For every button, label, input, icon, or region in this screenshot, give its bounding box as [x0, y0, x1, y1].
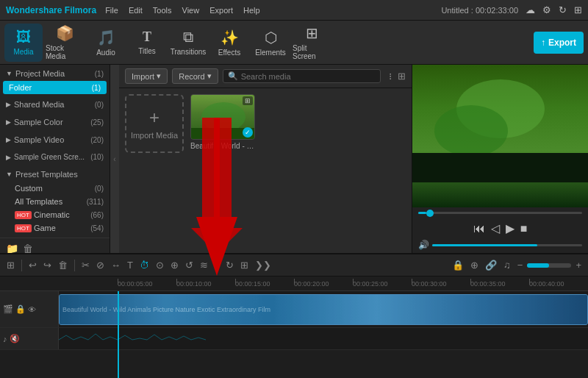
svg-point-6: [434, 105, 508, 157]
sidebar-item-custom[interactable]: Custom (0): [0, 182, 110, 195]
sidebar-project-media-label: Project Media: [15, 69, 65, 78]
search-box[interactable]: 🔍: [223, 69, 381, 83]
video-track-row: 🎬 🔒 👁: [0, 291, 588, 328]
record-button[interactable]: Record ▾: [172, 68, 218, 84]
audio-mute-icon[interactable]: 🔇: [10, 334, 20, 343]
sidebar-project-media-header[interactable]: ▼ Project Media (1): [0, 66, 110, 81]
filter-icon[interactable]: ⫶: [388, 71, 393, 82]
step-back-icon[interactable]: ◁: [491, 221, 500, 235]
tool-stock-media[interactable]: 📦 Stock Media: [46, 24, 84, 62]
tl-skip-fwd-btn[interactable]: ❯❯: [253, 258, 273, 272]
sidebar-shared-media-section: ▶ Shared Media (0): [0, 96, 110, 113]
menu-export[interactable]: Export: [209, 6, 233, 15]
tool-splitscreen[interactable]: ⊞ Split Screen: [293, 24, 331, 62]
track-lock-icon[interactable]: 🔒: [15, 304, 26, 314]
playhead[interactable]: [118, 291, 119, 378]
ruler-mark-0: 00:00:05:00: [118, 280, 176, 288]
zoom-fill: [527, 263, 549, 268]
sidebar-sample-video-label: Sample Video: [14, 135, 64, 144]
tl-split-btn[interactable]: ↕: [212, 258, 222, 272]
track-eye-icon[interactable]: 👁: [28, 305, 36, 314]
panel-collapse-handle[interactable]: ‹: [110, 65, 119, 253]
menu-view[interactable]: View: [182, 6, 200, 15]
tool-media[interactable]: 🖼 Media: [4, 24, 43, 62]
sidebar-sample-color-header[interactable]: ▶ Sample Color (25): [0, 115, 110, 129]
tl-toggle-btn[interactable]: ⊞: [4, 258, 17, 272]
tl-text-btn[interactable]: T: [125, 258, 135, 272]
import-button[interactable]: Import ▾: [125, 68, 168, 84]
volume-slider[interactable]: [432, 244, 582, 246]
menu-file[interactable]: File: [105, 6, 118, 15]
menu-help[interactable]: Help: [243, 6, 260, 15]
tl-rotate-btn[interactable]: ↺: [183, 258, 196, 272]
refresh-icon[interactable]: ↻: [559, 4, 567, 15]
main-toolbar: 🖼 Media 📦 Stock Media 🎵 Audio T Titles ⧉…: [0, 21, 588, 65]
add-media-button[interactable]: + Import Media: [125, 94, 184, 153]
audio-track-area[interactable]: [59, 328, 588, 349]
menu-tools[interactable]: Tools: [153, 6, 172, 15]
tl-add-btn[interactable]: ⊕: [168, 258, 181, 272]
sidebar-item-game[interactable]: HOT Game (54): [0, 221, 110, 235]
tl-crop-btn[interactable]: ⊘: [94, 258, 107, 272]
tl-fullscreen-btn[interactable]: ⊞: [238, 258, 251, 272]
chevron-right-icon: ▶: [6, 101, 11, 108]
tl-lock-btn[interactable]: 🔒: [450, 258, 466, 272]
settings-icon[interactable]: ⚙: [542, 4, 551, 15]
tl-magnet-btn[interactable]: ⊕: [468, 258, 481, 272]
sidebar-item-all-label: All Templates: [15, 197, 62, 206]
tl-clip-btn[interactable]: ⊙: [154, 258, 166, 272]
new-folder-icon[interactable]: 📁: [6, 243, 18, 253]
stop-icon[interactable]: ■: [520, 222, 528, 235]
tool-elements[interactable]: ⬡ Elements: [251, 24, 290, 62]
tl-scale-btn[interactable]: ↔: [109, 258, 123, 272]
sidebar-project-media-count: (1): [95, 70, 104, 78]
svg-rect-8: [60, 295, 587, 325]
delete-folder-icon[interactable]: 🗑: [23, 243, 33, 253]
sidebar-preset-header[interactable]: ▼ Preset Templates: [0, 167, 110, 182]
chevron-right-icon4: ▶: [6, 154, 11, 161]
media-item-beautiful-world[interactable]: ⊞ ✓ Beautiful World - Wild A...: [190, 94, 256, 153]
sidebar-item-all-templates[interactable]: All Templates (311): [0, 195, 110, 208]
tl-audio-wave-btn[interactable]: ♫: [501, 258, 513, 272]
video-clip[interactable]: Beautiful World - Wild Animals Picture N…: [59, 294, 588, 325]
tool-transitions[interactable]: ⧉ Transitions: [169, 24, 207, 62]
tool-audio[interactable]: 🎵 Audio: [87, 24, 125, 62]
tl-timer-btn[interactable]: ⏱: [137, 258, 151, 272]
menu-edit[interactable]: Edit: [129, 6, 143, 15]
tl-link-btn[interactable]: 🔗: [483, 258, 499, 272]
sidebar-sample-video-header[interactable]: ▶ Sample Video (20): [0, 132, 110, 147]
tl-cut-btn[interactable]: ✂: [79, 258, 92, 272]
volume-icon[interactable]: 🔊: [418, 240, 429, 250]
tool-titles[interactable]: T Titles: [128, 24, 166, 62]
skip-back-icon[interactable]: ⏮: [473, 222, 485, 235]
tool-stock-label: Stock Media: [46, 44, 84, 60]
tool-effects[interactable]: ✨ Effects: [210, 24, 248, 62]
sidebar-sample-green-label: Sample Green Scre...: [14, 153, 85, 161]
tl-zoom-in-btn[interactable]: +: [573, 258, 584, 272]
grid-view-icon[interactable]: ⊞: [398, 71, 406, 82]
timeline-toolbar: ⊞ ↩ ↪ 🗑 ✂ ⊘ ↔ T ⏱ ⊙ ⊕ ↺ ≋ ↕ ↻ ⊞ ❯❯ 🔒 ⊕ 🔗…: [0, 254, 588, 277]
window-icon[interactable]: ⊞: [574, 4, 582, 15]
export-button[interactable]: ↑ Export: [534, 32, 584, 54]
tl-speed-btn[interactable]: ↻: [223, 258, 236, 272]
sidebar-shared-media-header[interactable]: ▶ Shared Media (0): [0, 97, 110, 112]
preview-progress-bar[interactable]: [418, 212, 582, 214]
video-track-area[interactable]: Beautiful World - Wild Animals Picture N…: [59, 291, 588, 327]
sidebar-item-folder[interactable]: Folder (1): [3, 81, 107, 94]
sidebar-sample-green-header[interactable]: ▶ Sample Green Scre... (10): [0, 150, 110, 164]
tl-audio-btn[interactable]: ≋: [198, 258, 210, 272]
tl-zoom-out-btn[interactable]: −: [515, 258, 526, 272]
search-input[interactable]: [241, 72, 376, 81]
import-dropdown-icon: ▾: [157, 71, 161, 81]
tl-delete-btn[interactable]: 🗑: [56, 258, 70, 272]
tl-redo-btn[interactable]: ↪: [41, 258, 54, 272]
zoom-slider[interactable]: [527, 263, 571, 268]
play-icon[interactable]: ▶: [506, 221, 514, 235]
preview-panel: ⏮ ◁ ▶ ■ 🔊: [412, 65, 588, 253]
cloud-icon[interactable]: ☁: [526, 4, 535, 15]
sidebar-item-cinematic[interactable]: HOT Cinematic (66): [0, 208, 110, 221]
preview-video[interactable]: [412, 65, 588, 207]
tl-undo-btn[interactable]: ↩: [26, 258, 39, 272]
elements-icon: ⬡: [265, 29, 277, 46]
export-icon: ↑: [541, 38, 545, 48]
